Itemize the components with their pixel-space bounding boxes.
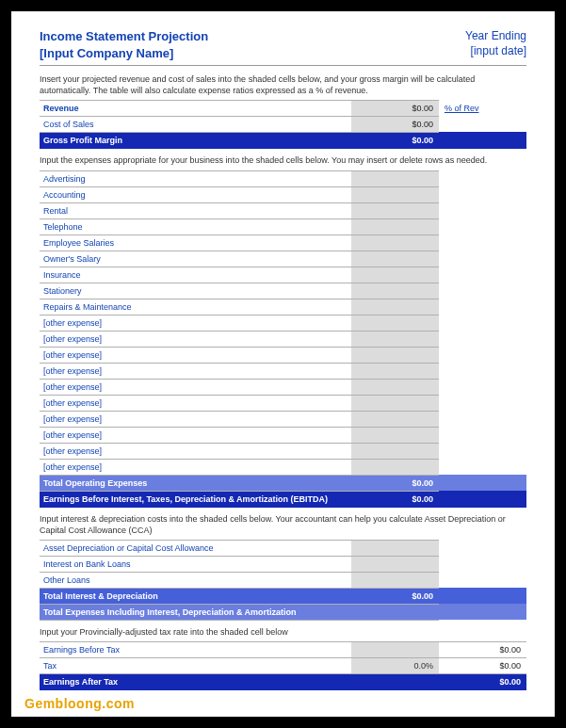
expense-row: [other expense] <box>40 379 526 395</box>
value-cell: $0.00 <box>351 588 439 604</box>
blank-cell <box>439 347 526 363</box>
value-cell[interactable]: $0.00 <box>351 133 439 149</box>
value-cell[interactable] <box>351 218 439 235</box>
value-cell[interactable]: $0.00 <box>351 117 439 133</box>
value-cell[interactable] <box>351 251 439 267</box>
row-label: Asset Depreciation or Capital Cost Allow… <box>40 540 351 556</box>
watermark: Gembloong.com <box>24 696 135 711</box>
value-cell[interactable] <box>351 395 439 411</box>
row-label: Advertising <box>40 170 351 186</box>
blank-cell <box>439 588 526 604</box>
blank-cell <box>439 379 526 395</box>
row-label: [other expense] <box>40 379 351 395</box>
row-label: [other expense] <box>40 363 351 379</box>
row-label: Stationery <box>40 283 351 299</box>
depreciation-intro: Input interest & depreciation costs into… <box>40 513 526 536</box>
expense-row: [other expense] <box>40 315 526 331</box>
row-label: Repairs & Maintenance <box>40 299 351 315</box>
value-cell[interactable] <box>351 186 439 202</box>
value-cell[interactable] <box>351 363 439 379</box>
revenue-intro: Insert your projected revenue and cost o… <box>40 73 526 96</box>
expense-row: Repairs & Maintenance <box>40 299 526 315</box>
blank-cell <box>439 540 526 556</box>
depreciation-table: Asset Depreciation or Capital Cost Allow… <box>40 540 526 621</box>
expense-row: Insurance <box>40 267 526 283</box>
tax-total-row: Earnings After Tax$0.00 <box>40 673 526 689</box>
expense-row: [other expense] <box>40 331 526 347</box>
row-label: Total Interest & Depreciation <box>40 588 351 604</box>
row-label: Earnings Before Tax <box>40 641 351 657</box>
value-cell[interactable] <box>351 331 439 347</box>
blank-cell <box>439 235 526 251</box>
value-cell[interactable] <box>351 315 439 331</box>
row-label: Tax <box>40 657 351 673</box>
blank-cell <box>439 556 526 572</box>
value-cell[interactable] <box>351 540 439 556</box>
expense-total-row: Earnings Before Interest, Taxes, Depreci… <box>40 491 526 507</box>
value-cell[interactable] <box>351 411 439 427</box>
pct-of-rev-link[interactable]: % of Rev <box>439 101 526 117</box>
blank-cell <box>439 170 526 186</box>
row-label: Other Loans <box>40 572 351 588</box>
value-cell: $0.00 <box>351 491 439 507</box>
value-cell[interactable] <box>351 299 439 315</box>
title-line2: [Input Company Name] <box>40 45 208 62</box>
row-label: Telephone <box>40 218 351 235</box>
row-label: [other expense] <box>40 427 351 443</box>
blank-cell <box>439 572 526 588</box>
row-label: Employee Salaries <box>40 235 351 251</box>
blank-cell <box>439 315 526 331</box>
expense-row: Telephone <box>40 218 526 235</box>
value-cell[interactable] <box>351 283 439 299</box>
value-cell <box>351 604 439 620</box>
blank-cell <box>439 331 526 347</box>
blank-cell <box>439 475 526 491</box>
value-cell[interactable] <box>351 379 439 395</box>
row-label: [other expense] <box>40 459 351 475</box>
expense-row: Advertising <box>40 170 526 186</box>
value-cell[interactable] <box>351 572 439 588</box>
row-label: Revenue <box>40 101 351 117</box>
expense-row: Owner's Salary <box>40 251 526 267</box>
value-cell: $0.00 <box>351 475 439 491</box>
tax-row: Earnings Before Tax$0.00 <box>40 641 526 657</box>
blank-cell <box>439 218 526 235</box>
depreciation-total-row: Total Interest & Depreciation$0.00 <box>40 588 526 604</box>
title-line1: Income Statement Projection <box>40 28 208 45</box>
expense-row: [other expense] <box>40 459 526 475</box>
blank-cell <box>439 411 526 427</box>
blank-cell <box>439 299 526 315</box>
row-label: Earnings After Tax <box>40 673 351 689</box>
input-date: [input date] <box>465 43 526 58</box>
pct-cell[interactable]: 0.0% <box>351 657 439 673</box>
pct-cell <box>351 673 439 689</box>
blank-cell <box>439 251 526 267</box>
row-label: Total Expenses Including Interest, Depre… <box>40 604 351 620</box>
blank-cell <box>439 186 526 202</box>
value-cell[interactable] <box>351 202 439 218</box>
value-cell[interactable]: $0.00 <box>351 101 439 117</box>
value-cell[interactable] <box>351 170 439 186</box>
row-label: Total Operating Expenses <box>40 475 351 491</box>
blank-cell <box>439 267 526 283</box>
blank-cell <box>439 604 526 620</box>
blank-cell <box>439 283 526 299</box>
blank-cell <box>439 491 526 507</box>
blank-cell <box>439 363 526 379</box>
value-cell[interactable] <box>351 556 439 572</box>
expense-row: Rental <box>40 202 526 218</box>
row-label: Earnings Before Interest, Taxes, Depreci… <box>40 491 351 507</box>
value-cell: $0.00 <box>439 641 526 657</box>
blank-cell <box>439 459 526 475</box>
value-cell[interactable] <box>351 443 439 459</box>
value-cell[interactable] <box>351 235 439 251</box>
blank-cell <box>439 202 526 218</box>
value-cell[interactable] <box>351 267 439 283</box>
row-label: Owner's Salary <box>40 251 351 267</box>
value-cell[interactable] <box>351 459 439 475</box>
value-cell[interactable] <box>351 347 439 363</box>
expense-row: Stationery <box>40 283 526 299</box>
row-label: Gross Profit Margin <box>40 133 351 149</box>
blank-cell <box>439 395 526 411</box>
value-cell[interactable] <box>351 427 439 443</box>
